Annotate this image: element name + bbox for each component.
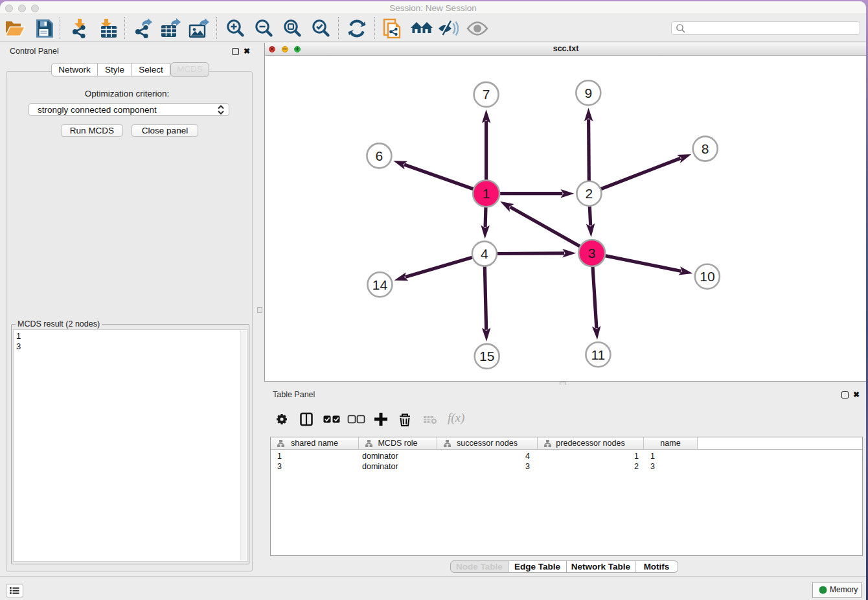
svg-text:7: 7: [483, 87, 490, 102]
svg-text:14: 14: [372, 277, 388, 292]
svg-text:11: 11: [591, 347, 605, 362]
svg-text:3: 3: [588, 246, 596, 260]
svg-text:4: 4: [481, 246, 488, 261]
svg-text:8: 8: [702, 141, 709, 156]
svg-text:2: 2: [586, 186, 593, 201]
svg-text:15: 15: [479, 349, 494, 363]
svg-text:1: 1: [483, 186, 490, 201]
svg-text:9: 9: [584, 86, 592, 100]
svg-text:6: 6: [376, 148, 383, 163]
svg-text:10: 10: [700, 269, 714, 284]
